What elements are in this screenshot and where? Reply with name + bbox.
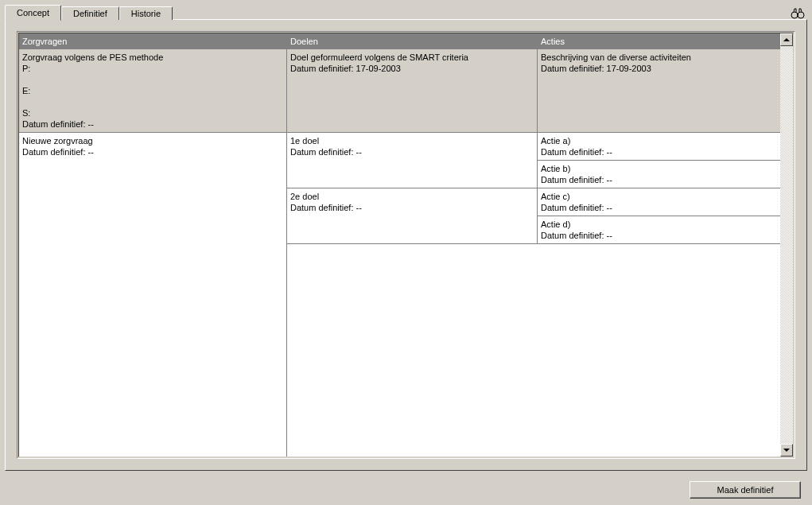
header-doelen: Doelen [287,35,538,48]
tab-historie[interactable]: Historie [119,6,173,20]
arrow-up-icon [783,38,790,41]
text-line: Datum definitief: -- [541,146,777,157]
text-line: Datum definitief: -- [541,174,777,185]
tab-concept[interactable]: Concept [5,5,61,21]
template-zorgvraag-cell[interactable]: Zorgvraag volgens de PES methode P: E: S… [19,49,287,132]
svg-point-1 [798,12,804,18]
text-line: Datum definitief: -- [22,118,283,130]
doel-1-cell[interactable]: 1e doel Datum definitief: -- [287,133,538,188]
tab-strip: Concept Definitief Historie [5,5,807,20]
text-line: Datum definitief: 17-09-2003 [541,63,777,74]
scroll-down-button[interactable] [780,444,793,456]
text-line: Beschrijving van de diverse activiteiten [541,52,777,63]
header-acties: Acties [538,35,780,48]
binoculars-icon[interactable] [790,6,806,21]
actie-c-cell[interactable]: Actie c) Datum definitief: -- [538,188,780,216]
data-row: Nieuwe zorgvraag Datum definitief: -- 1e… [19,133,780,456]
template-doel-cell[interactable]: Doel geformuleerd volgens de SMART crite… [287,49,538,132]
actie-d-cell[interactable]: Actie d) Datum definitief: -- [538,216,780,244]
button-bar: Maak definitief [690,481,801,499]
text-line: Datum definitief: -- [22,146,283,157]
tab-historie-label: Historie [131,9,161,18]
zorgvraag-column: Nieuwe zorgvraag Datum definitief: -- [19,133,287,456]
text-line: Actie b) [541,163,777,174]
text-line: S: [22,107,283,118]
tab-panel-concept: Zorgvragen Doelen Acties Zorgvraag volge… [5,19,807,471]
arrow-down-icon [783,449,790,452]
tab-concept-label: Concept [17,8,49,17]
doel-2-cell[interactable]: 2e doel Datum definitief: -- [287,188,538,244]
template-actie-cell[interactable]: Beschrijving van de diverse activiteiten… [538,49,780,132]
scroll-track[interactable] [780,46,793,444]
text-line: Datum definitief: -- [541,202,777,213]
zorgvraag-cell[interactable]: Nieuwe zorgvraag Datum definitief: -- [19,133,286,160]
text-line: Datum definitief: -- [541,230,777,241]
text-line: Actie a) [541,135,777,146]
text-line: P: [22,63,283,74]
svg-rect-2 [797,14,798,15]
maak-definitief-button[interactable]: Maak definitief [690,481,801,499]
text-line: Nieuwe zorgvraag [22,135,283,146]
text-line: Doel geformuleerd volgens de SMART crite… [290,52,534,63]
text-line: 1e doel [290,135,534,146]
svg-point-0 [791,12,798,18]
care-plan-grid: Zorgvragen Doelen Acties Zorgvraag volge… [19,33,780,456]
text-line: Datum definitief: -- [290,146,534,157]
tab-definitief[interactable]: Definitief [61,6,119,20]
vertical-scrollbar[interactable] [780,33,793,456]
actie-a-cell[interactable]: Actie a) Datum definitief: -- [538,133,780,161]
text-line: Actie d) [541,219,777,230]
text-line: Actie c) [541,191,777,202]
grid-header: Zorgvragen Doelen Acties [19,33,780,49]
text-line: E: [22,85,283,96]
text-line: Zorgvraag volgens de PES methode [22,52,283,63]
tab-definitief-label: Definitief [73,9,107,18]
template-row: Zorgvraag volgens de PES methode P: E: S… [19,49,780,133]
header-zorgvragen: Zorgvragen [19,35,287,48]
text-line: 2e doel [290,191,534,202]
text-line: Datum definitief: -- [290,202,534,213]
text-line: Datum definitief: 17-09-2003 [290,63,534,74]
scroll-up-button[interactable] [780,33,793,46]
actie-b-cell[interactable]: Actie b) Datum definitief: -- [538,161,780,188]
doel-group-2: 2e doel Datum definitief: -- Actie c) Da… [287,188,780,244]
doel-group-1: 1e doel Datum definitief: -- Actie a) Da… [287,133,780,188]
maak-definitief-label: Maak definitief [717,485,774,495]
